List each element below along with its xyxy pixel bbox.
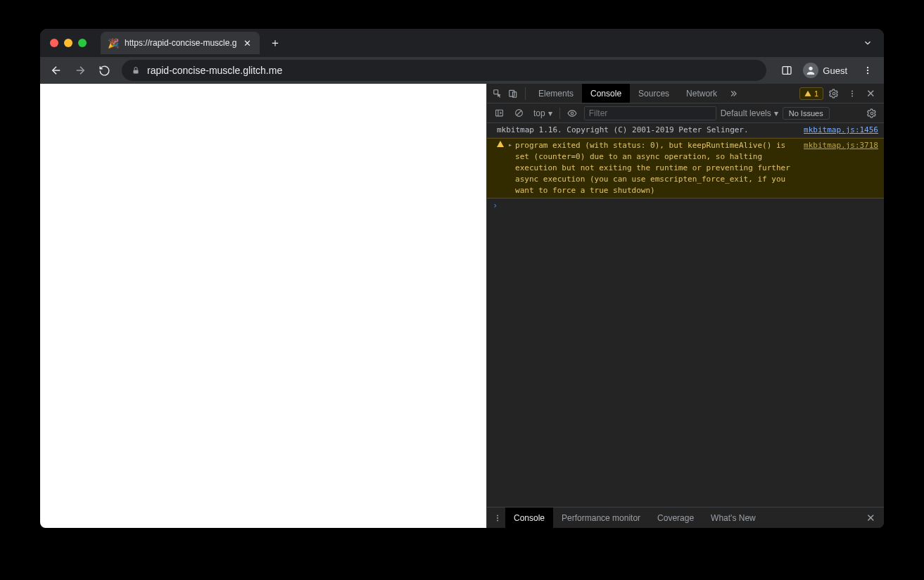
- address-bar[interactable]: rapid-concise-muscle.glitch.me: [122, 60, 766, 81]
- svg-point-6: [867, 67, 868, 68]
- console-sidebar-toggle[interactable]: [491, 108, 507, 118]
- console-output[interactable]: mkbitmap 1.16. Copyright (C) 2001-2019 P…: [487, 123, 884, 507]
- back-button[interactable]: [46, 60, 67, 81]
- side-panel-button[interactable]: [776, 60, 797, 81]
- log-levels-label: Default levels: [721, 108, 771, 118]
- console-toolbar: top ▾ Default levels ▾ No Issues: [487, 103, 884, 123]
- tab-title: https://rapid-concise-muscle.g: [125, 38, 236, 48]
- devtools-menu-button[interactable]: [844, 86, 860, 101]
- devtools-drawer: Console Performance monitor Coverage Wha…: [487, 507, 884, 528]
- search-tabs-button[interactable]: [857, 34, 878, 52]
- svg-point-14: [852, 93, 853, 94]
- warning-count: 1: [814, 89, 818, 98]
- inspect-element-button[interactable]: [490, 89, 505, 99]
- tab-sources[interactable]: Sources: [630, 84, 678, 103]
- devtools-panel: Elements Console Sources Network 1: [486, 84, 884, 528]
- context-selector[interactable]: top ▾: [531, 108, 555, 118]
- more-tabs-button[interactable]: [726, 89, 741, 99]
- console-message: mkbitmap 1.16. Copyright (C) 2001-2019 P…: [497, 125, 799, 136]
- window-controls: [46, 39, 92, 47]
- clear-console-button[interactable]: [511, 108, 526, 118]
- browser-menu-button[interactable]: [857, 60, 878, 81]
- tab-strip: 🎉 https://rapid-concise-muscle.g ✕ ＋: [40, 29, 884, 57]
- drawer-tab-whats-new[interactable]: What's New: [702, 508, 764, 528]
- log-levels-selector[interactable]: Default levels ▾: [721, 108, 778, 118]
- tab-elements[interactable]: Elements: [530, 84, 582, 103]
- minimize-window-button[interactable]: [64, 39, 72, 47]
- drawer-tab-performance-monitor[interactable]: Performance monitor: [553, 508, 649, 528]
- svg-point-23: [497, 517, 498, 519]
- devtools-settings-button[interactable]: [826, 86, 842, 101]
- svg-rect-10: [510, 90, 514, 96]
- svg-rect-2: [134, 70, 139, 74]
- svg-rect-9: [494, 89, 498, 94]
- profile-button[interactable]: Guest: [800, 60, 854, 81]
- chevron-right-icon: ›: [493, 200, 502, 212]
- warning-icon: [497, 140, 508, 147]
- console-settings-button[interactable]: [864, 106, 880, 121]
- svg-point-15: [852, 95, 853, 96]
- page-viewport[interactable]: [40, 84, 486, 528]
- console-warning-row: ▸ program exited (with status: 0), but k…: [487, 138, 884, 198]
- live-expression-button[interactable]: [564, 108, 580, 118]
- tab-network[interactable]: Network: [678, 84, 726, 103]
- console-source-link[interactable]: mkbitmap.js:1456: [799, 125, 878, 136]
- lock-icon: [132, 66, 140, 75]
- svg-point-7: [867, 70, 868, 71]
- maximize-window-button[interactable]: [78, 39, 87, 47]
- console-filter-input[interactable]: [584, 106, 716, 120]
- svg-point-13: [852, 90, 853, 92]
- console-message: program exited (with status: 0), but kee…: [515, 140, 799, 196]
- chevron-down-icon: ▾: [774, 108, 778, 118]
- browser-window: 🎉 https://rapid-concise-muscle.g ✕ ＋ rap…: [40, 29, 884, 528]
- tab-console[interactable]: Console: [582, 84, 630, 103]
- context-label: top: [533, 108, 545, 118]
- browser-tab[interactable]: 🎉 https://rapid-concise-muscle.g ✕: [101, 32, 260, 54]
- drawer-tab-console[interactable]: Console: [505, 508, 553, 528]
- devtools-close-button[interactable]: ✕: [863, 86, 878, 101]
- svg-point-20: [571, 112, 574, 115]
- url-text: rapid-concise-muscle.glitch.me: [147, 65, 282, 76]
- toolbar: rapid-concise-muscle.glitch.me Guest: [40, 57, 884, 84]
- close-tab-button[interactable]: ✕: [242, 37, 253, 50]
- svg-point-12: [833, 92, 835, 95]
- profile-label: Guest: [823, 65, 847, 76]
- new-tab-button[interactable]: ＋: [265, 33, 285, 53]
- drawer-menu-button[interactable]: [490, 510, 505, 526]
- forward-button[interactable]: [70, 60, 91, 81]
- svg-line-19: [517, 111, 521, 115]
- svg-point-22: [497, 515, 498, 516]
- party-popper-icon: 🎉: [108, 37, 119, 49]
- svg-point-8: [867, 72, 868, 74]
- avatar-icon: [803, 63, 818, 78]
- content-area: Elements Console Sources Network 1: [40, 84, 884, 528]
- console-log-row: mkbitmap 1.16. Copyright (C) 2001-2019 P…: [487, 123, 884, 138]
- drawer-tab-coverage[interactable]: Coverage: [649, 508, 702, 528]
- devtools-tab-strip: Elements Console Sources Network 1: [487, 84, 884, 103]
- svg-point-24: [497, 519, 498, 521]
- chevron-down-icon: ▾: [548, 108, 552, 118]
- svg-point-5: [809, 67, 813, 70]
- console-prompt[interactable]: ›: [487, 198, 884, 213]
- reload-button[interactable]: [94, 60, 115, 81]
- svg-point-21: [871, 112, 873, 115]
- console-source-link[interactable]: mkbitmap.js:3718: [799, 140, 878, 151]
- svg-rect-3: [783, 67, 791, 75]
- issues-button[interactable]: No Issues: [783, 107, 830, 120]
- device-toolbar-button[interactable]: [505, 89, 521, 99]
- close-window-button[interactable]: [50, 39, 58, 47]
- warning-count-badge[interactable]: 1: [799, 87, 823, 100]
- drawer-close-button[interactable]: ✕: [863, 510, 878, 526]
- expand-arrow-icon[interactable]: ▸: [508, 140, 515, 151]
